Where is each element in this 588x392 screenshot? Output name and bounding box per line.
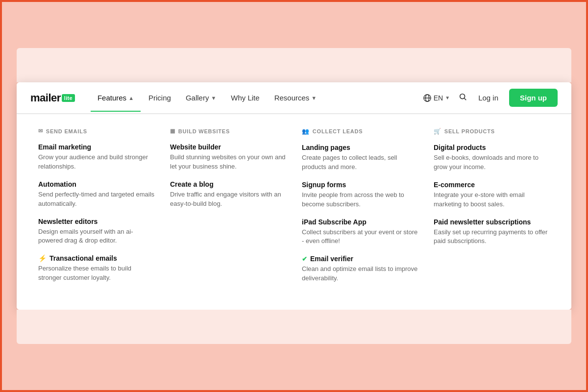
menu-email-verifier[interactable]: ✔ Email verifier Clean and optimize emai… <box>302 255 418 283</box>
col-sell-products: 🛒 SELL PRODUCTS Digital products Sell e-… <box>426 128 558 292</box>
signup-button[interactable]: Sign up <box>509 89 558 107</box>
nav-links: Features ▲ Pricing Gallery ▼ Why Lite Re… <box>91 84 419 112</box>
ipad-subscribe-title: iPad Subscribe App <box>302 218 418 226</box>
ecommerce-desc: Integrate your e-store with email market… <box>434 191 550 209</box>
logo-mailer-text: mailer <box>30 92 61 104</box>
ipad-subscribe-desc: Collect subscribers at your event or sto… <box>302 228 418 246</box>
nav-pricing[interactable]: Pricing <box>142 84 178 112</box>
features-dropdown: ✉ SEND EMAILS Email marketing Grow your … <box>17 114 571 310</box>
send-emails-label: SEND EMAILS <box>46 128 87 134</box>
svg-point-3 <box>460 94 465 98</box>
website-builder-title: Website builder <box>170 143 286 151</box>
menu-ecommerce[interactable]: E-commerce Integrate your e-store with e… <box>434 181 550 209</box>
menu-transactional-emails[interactable]: ⚡ Transactional emails Personalize these… <box>38 254 154 283</box>
menu-digital-products[interactable]: Digital products Sell e-books, downloads… <box>434 144 550 172</box>
email-verifier-desc: Clean and optimize email lists to improv… <box>302 265 418 283</box>
send-emails-icon: ✉ <box>38 128 43 134</box>
paid-newsletter-title: Paid newsletter subscriptions <box>434 218 550 226</box>
landing-pages-desc: Create pages to collect leads, sell prod… <box>302 153 418 172</box>
language-selector[interactable]: EN ▼ <box>419 91 454 105</box>
menu-website-builder[interactable]: Website builder Build stunning websites … <box>170 143 286 172</box>
collect-leads-label: COLLECT LEADS <box>313 128 363 134</box>
paid-newsletter-desc: Easily set up recurring payments to offe… <box>434 228 550 246</box>
menu-paid-newsletter[interactable]: Paid newsletter subscriptions Easily set… <box>434 218 550 246</box>
automation-title: Automation <box>38 180 154 188</box>
email-marketing-desc: Grow your audience and build stronger re… <box>38 153 154 172</box>
navbar: mailer lite Features ▲ Pricing Gallery ▼… <box>17 82 571 114</box>
transactional-emails-title: ⚡ Transactional emails <box>38 254 154 262</box>
menu-automation[interactable]: Automation Send perfectly-timed and targ… <box>38 180 154 209</box>
col-build-websites-header: ▦ BUILD WEBSITES <box>170 128 286 134</box>
search-icon <box>459 93 467 101</box>
build-websites-icon: ▦ <box>170 128 175 134</box>
menu-email-marketing[interactable]: Email marketing Grow your audience and b… <box>38 143 154 172</box>
transactional-badge: ⚡ <box>38 254 47 262</box>
menu-landing-pages[interactable]: Landing pages Create pages to collect le… <box>302 144 418 172</box>
col-send-emails-header: ✉ SEND EMAILS <box>38 128 154 134</box>
nav-resources[interactable]: Resources ▼ <box>268 84 324 112</box>
newsletter-editors-desc: Design emails yourself with an ai-powere… <box>38 227 154 246</box>
nav-resources-label: Resources <box>274 94 310 102</box>
gallery-chevron-icon: ▼ <box>211 95 216 101</box>
lang-label: EN <box>434 94 443 102</box>
col-sell-products-header: 🛒 SELL PRODUCTS <box>434 128 550 135</box>
nav-features-label: Features <box>98 94 126 102</box>
ecommerce-title: E-commerce <box>434 181 550 189</box>
col-collect-leads-header: 👥 COLLECT LEADS <box>302 128 418 135</box>
nav-pricing-label: Pricing <box>148 94 171 102</box>
nav-why-lite[interactable]: Why Lite <box>224 84 266 112</box>
email-verifier-badge: ✔ <box>302 255 307 263</box>
search-button[interactable] <box>459 93 467 103</box>
create-blog-title: Create a blog <box>170 180 286 188</box>
lang-chevron-icon: ▼ <box>445 95 450 100</box>
resources-chevron-icon: ▼ <box>311 95 317 101</box>
nav-right: EN ▼ Log in Sign up <box>419 89 558 107</box>
landing-pages-title: Landing pages <box>302 144 418 151</box>
build-websites-label: BUILD WEBSITES <box>178 128 230 134</box>
col-send-emails: ✉ SEND EMAILS Email marketing Grow your … <box>30 128 162 292</box>
col-collect-leads: 👥 COLLECT LEADS Landing pages Create pag… <box>294 128 426 292</box>
sell-products-label: SELL PRODUCTS <box>444 128 495 134</box>
sell-products-icon: 🛒 <box>434 128 441 135</box>
transactional-emails-desc: Personalize these emails to build strong… <box>38 264 154 283</box>
signup-forms-desc: Invite people from across the web to bec… <box>302 191 418 209</box>
col-build-websites: ▦ BUILD WEBSITES Website builder Build s… <box>162 128 294 292</box>
login-button[interactable]: Log in <box>472 90 504 106</box>
nav-gallery-label: Gallery <box>186 94 209 102</box>
digital-products-desc: Sell e-books, downloads and more to grow… <box>434 153 550 172</box>
collect-leads-icon: 👥 <box>302 128 310 135</box>
menu-ipad-subscribe[interactable]: iPad Subscribe App Collect subscribers a… <box>302 218 418 246</box>
email-verifier-title: ✔ Email verifier <box>302 255 418 263</box>
menu-create-blog[interactable]: Create a blog Drive traffic and engage v… <box>170 180 286 209</box>
nav-gallery[interactable]: Gallery ▼ <box>179 84 223 112</box>
email-marketing-title: Email marketing <box>38 143 154 151</box>
dropdown-grid: ✉ SEND EMAILS Email marketing Grow your … <box>30 128 558 292</box>
create-blog-desc: Drive traffic and engage visitors with a… <box>170 190 286 209</box>
newsletter-editors-title: Newsletter editors <box>38 218 154 225</box>
logo-lite-badge: lite <box>62 94 75 102</box>
svg-line-4 <box>464 98 466 100</box>
nav-features[interactable]: Features ▲ <box>91 84 141 112</box>
website-builder-desc: Build stunning websites on your own and … <box>170 153 286 172</box>
logo[interactable]: mailer lite <box>30 92 75 104</box>
globe-icon <box>423 94 432 102</box>
features-chevron-icon: ▲ <box>128 95 134 101</box>
menu-signup-forms[interactable]: Signup forms Invite people from across t… <box>302 181 418 209</box>
signup-forms-title: Signup forms <box>302 181 418 189</box>
nav-why-lite-label: Why Lite <box>231 94 259 102</box>
menu-newsletter-editors[interactable]: Newsletter editors Design emails yoursel… <box>38 218 154 246</box>
automation-desc: Send perfectly-timed and targeted emails… <box>38 190 154 209</box>
digital-products-title: Digital products <box>434 144 550 151</box>
